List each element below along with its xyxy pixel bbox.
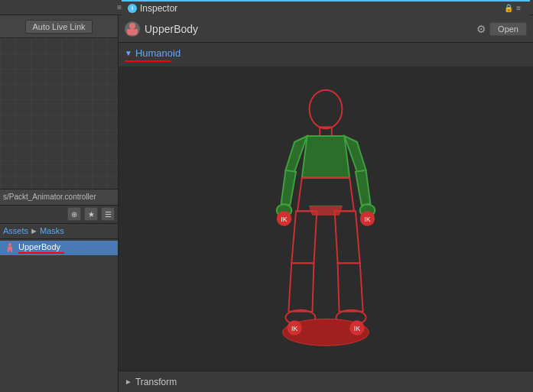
- object-name: UpperBody: [145, 23, 476, 35]
- svg-text:IK: IK: [364, 215, 370, 223]
- transform-section: ► Transform: [119, 371, 533, 392]
- svg-rect-1: [8, 247, 12, 251]
- humanoid-section: ▼ Humanoid: [119, 43, 533, 66]
- file-item-underline: [18, 252, 64, 254]
- animator-canvas: [0, 38, 118, 189]
- toolbar-search-button[interactable]: ⊕: [67, 207, 81, 221]
- file-list: UpperBody: [0, 239, 118, 393]
- svg-text:IK: IK: [354, 325, 360, 332]
- file-item-icon: [5, 242, 15, 253]
- inspector-tab[interactable]: i Inspector 🔒 ≡: [122, 0, 530, 15]
- left-toolbar: ⊕ ★ ☰: [0, 206, 118, 224]
- controller-bar: s/Packt_Animator.controller: [0, 189, 118, 206]
- auto-live-link-button[interactable]: Auto Live Link: [25, 20, 92, 34]
- humanoid-header: ▼ Humanoid: [125, 47, 527, 59]
- svg-point-4: [310, 90, 343, 129]
- file-item-name: UpperBody: [18, 242, 64, 251]
- lock-icon[interactable]: 🔒: [504, 4, 513, 12]
- body-figure-svg: IK IK IK IK: [226, 81, 425, 356]
- avatar-icon: [125, 21, 140, 37]
- inspector-tab-title: Inspector: [140, 3, 177, 14]
- body-figure-area: IK IK IK IK: [119, 66, 533, 371]
- left-panel: Auto Live Link s/Packt_Animator.controll…: [0, 15, 119, 392]
- inspector-header: UpperBody ⚙ Open: [119, 15, 533, 43]
- humanoid-label: Humanoid: [135, 47, 180, 59]
- svg-rect-2: [8, 250, 9, 252]
- toolbar-menu-button[interactable]: ☰: [101, 207, 115, 221]
- gear-icon[interactable]: ⚙: [476, 23, 486, 35]
- svg-text:IK: IK: [291, 325, 297, 332]
- tab-menu-icon[interactable]: ≡: [516, 4, 521, 12]
- humanoid-underline: [125, 60, 171, 62]
- inspector-tab-icon: i: [128, 4, 137, 13]
- controller-name: s/Packt_Animator.controller: [3, 193, 96, 201]
- svg-point-0: [8, 243, 11, 246]
- right-panel: UpperBody ⚙ Open ▼ Humanoid: [119, 15, 533, 392]
- transform-label: Transform: [135, 377, 177, 387]
- main-layout: Auto Live Link s/Packt_Animator.controll…: [0, 15, 533, 392]
- collapse-triangle-icon[interactable]: ▼: [125, 49, 132, 57]
- svg-rect-3: [11, 250, 12, 252]
- open-button[interactable]: Open: [489, 22, 527, 36]
- transform-arrow-icon[interactable]: ►: [125, 377, 132, 386]
- breadcrumb-assets[interactable]: Assets: [3, 226, 28, 235]
- breadcrumb-masks[interactable]: Masks: [40, 226, 64, 235]
- tab-right-icons: 🔒 ≡: [504, 4, 524, 12]
- top-bar-left: ≡: [3, 3, 122, 11]
- svg-text:IK: IK: [281, 215, 287, 223]
- toolbar-star-button[interactable]: ★: [84, 207, 98, 221]
- mask-icon: [5, 242, 15, 253]
- top-bar: ≡ i Inspector 🔒 ≡: [0, 0, 533, 15]
- breadcrumb-arrow: ►: [30, 226, 38, 235]
- auto-live-link-bar: Auto Live Link: [0, 15, 118, 38]
- list-item[interactable]: UpperBody: [0, 241, 118, 255]
- breadcrumb: Assets ► Masks: [0, 224, 118, 239]
